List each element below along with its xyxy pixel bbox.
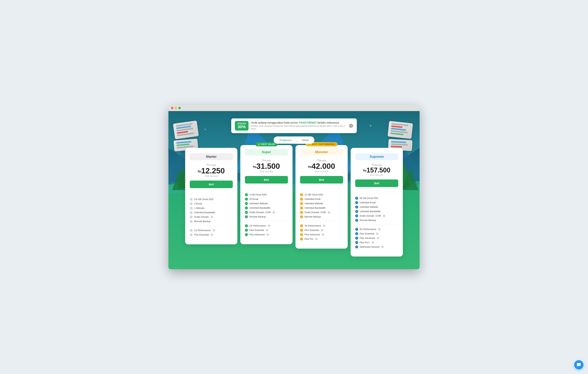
feature-item: ✓Remote Backup	[245, 215, 288, 218]
info-icon[interactable]: ?	[211, 216, 213, 218]
performance-monster: ✓4X Performance? ✓Fitur Essential? ✓Fitu…	[300, 224, 343, 240]
pricing-card-monster: 👑 BEST PERFORMANCE Monster Rp60.000 Rp42…	[295, 145, 348, 249]
info-icon[interactable]: ?	[323, 225, 326, 227]
info-icon[interactable]: ?	[328, 211, 330, 214]
check-icon: ✓	[300, 211, 303, 214]
info-icon[interactable]: ?	[266, 229, 268, 231]
server-illustration-right	[388, 122, 414, 150]
info-icon[interactable]: ?	[376, 232, 378, 235]
check-icon: ✓	[190, 211, 193, 214]
divider-starter	[190, 194, 233, 195]
badge-label: BEST PERFORMANCE	[312, 143, 335, 145]
check-icon: ✓	[245, 207, 248, 209]
feature-item: ✓Fitur Essential?	[245, 229, 288, 232]
check-icon: ✓	[245, 229, 248, 232]
features-supreme: ✓60 GB Cloud SSD ✓Unlimited Email ✓Unlim…	[355, 197, 398, 222]
original-price-monster: Rp60.000	[300, 159, 343, 162]
check-icon: ✓	[355, 237, 358, 239]
promo-banner: DISKON 30% Anda sedang menggunakan kode …	[231, 118, 357, 133]
divider-super	[245, 190, 288, 190]
feature-item: ✓1 Website	[190, 207, 233, 210]
features-super: ✓4 GB Cloud SSD ✓25 Email ✓Unlimited Web…	[245, 193, 288, 218]
feature-item: ✓Fitur Advanced?	[245, 233, 288, 236]
badge-best-value: 💰 BEST VALUE	[255, 142, 277, 146]
check-icon: ✓	[355, 214, 358, 217]
check-icon: ✓	[245, 198, 248, 201]
beli-button-starter[interactable]: Beli	[190, 181, 233, 188]
info-icon[interactable]: ?	[372, 241, 374, 244]
check-icon: ✓	[355, 197, 358, 200]
info-icon[interactable]: ?	[377, 237, 379, 239]
check-icon: ✓	[355, 246, 358, 249]
promo-close-button[interactable]: ×	[349, 124, 353, 128]
per-bulan-supreme: PER BULAN	[355, 174, 398, 176]
feature-item: ✓Unlimited Bandwidth	[190, 211, 233, 214]
badge-icon: 💰	[258, 143, 261, 145]
performance-super: ✓2X Performance? ✓Fitur Essential? ✓Fitu…	[245, 224, 288, 236]
info-icon[interactable]: ?	[383, 215, 385, 217]
feature-item: ✓Unlimited Website	[245, 202, 288, 205]
promo-code: PAKETHEMAT	[299, 121, 317, 124]
info-icon[interactable]: ?	[273, 211, 275, 214]
check-icon: ✓	[300, 215, 303, 218]
check-icon: ✓	[190, 202, 193, 205]
original-price-supreme: Rp225.000	[355, 164, 398, 166]
info-icon[interactable]: ?	[266, 233, 269, 236]
tab-detail[interactable]: Detail	[297, 137, 314, 143]
plan-name-monster: Monster	[300, 149, 343, 156]
check-icon: ✓	[190, 198, 193, 201]
check-icon: ✓	[300, 207, 303, 209]
check-icon: ✓	[245, 211, 248, 214]
feature-item: ✓Unlimited Bandwidth	[355, 210, 398, 213]
feature-item: ✓Remote Backup	[300, 215, 343, 218]
feature-item: ✓Unlimited Website	[300, 202, 343, 205]
info-icon[interactable]: ?	[381, 246, 384, 248]
info-icon[interactable]: ?	[378, 228, 381, 231]
info-icon[interactable]: ?	[321, 229, 323, 231]
info-icon[interactable]: ?	[210, 234, 213, 236]
check-icon: ✓	[355, 219, 358, 222]
original-price-starter: Rp17.500	[190, 164, 233, 166]
server-illustration-left	[174, 122, 200, 150]
minimize-button[interactable]	[175, 107, 177, 109]
feature-item: ✓Fitur Pro?	[300, 238, 343, 240]
maximize-button[interactable]	[178, 107, 181, 109]
close-button[interactable]	[171, 107, 173, 109]
pricing-container: Starter Rp17.500 Rp12.250 PER BULAN Beli…	[184, 148, 404, 257]
info-icon[interactable]: ?	[322, 233, 324, 236]
info-icon[interactable]: ?	[315, 238, 318, 240]
check-icon: ✓	[190, 229, 193, 232]
titlebar	[168, 105, 420, 111]
feature-item: ✓25 Email	[245, 198, 288, 201]
feature-item: ✓Fitur Essential?	[300, 229, 343, 232]
promo-title: Anda sedang menggunakan kode promo: PAKE…	[251, 121, 346, 124]
feature-item: ✓Gratis Domain .COM?	[355, 214, 398, 217]
current-price-super: Rp31.500	[245, 162, 288, 170]
current-price-supreme: Rp157.500	[355, 167, 398, 174]
beli-button-monster[interactable]: Beli	[300, 176, 343, 184]
feature-item: ✓Remote Backup	[355, 219, 398, 222]
check-icon: ✓	[355, 206, 358, 208]
check-icon: ✓	[300, 229, 303, 232]
check-icon: ✓	[300, 238, 303, 240]
per-bulan-starter: PER BULAN	[190, 175, 233, 177]
svg-marker-13	[402, 168, 419, 190]
plan-name-starter: Starter	[190, 153, 233, 160]
feature-item: ✓4 GB Cloud SSD	[245, 193, 288, 196]
feature-item: ✓Unlimited Website	[355, 206, 398, 208]
feature-item: ✓Unlimited Bandwidth	[245, 207, 288, 209]
feature-item: ✓Gratis Domain .COM?	[300, 211, 343, 214]
feature-item: ✓Optimisasi Security?	[355, 246, 398, 249]
check-icon: ✓	[300, 202, 303, 205]
info-icon[interactable]: ?	[212, 229, 215, 232]
feature-item: ✓60 GB Cloud SSD	[355, 197, 398, 200]
check-icon: ✓	[300, 224, 303, 227]
pricing-card-super: 💰 BEST VALUE Super Rp45.000 Rp31.500 PER…	[240, 145, 293, 244]
beli-button-super[interactable]: Beli	[245, 176, 288, 184]
tab-ringkasan[interactable]: Ringkasan	[274, 137, 297, 143]
beli-button-supreme[interactable]: Beli	[355, 179, 398, 187]
check-icon: ✓	[300, 193, 303, 196]
info-icon[interactable]: ?	[268, 225, 270, 227]
svg-point-15	[205, 129, 206, 130]
pricing-card-supreme: Supreme Rp225.000 Rp157.500 PER BULAN Be…	[351, 148, 403, 257]
